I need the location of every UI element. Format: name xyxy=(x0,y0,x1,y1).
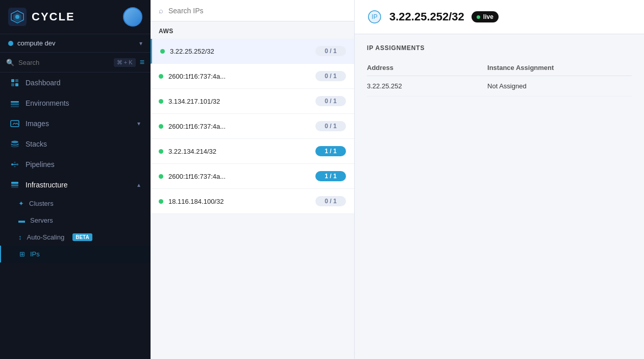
ip-item-4[interactable]: 3.22.134.214/32 1 / 1 xyxy=(151,139,354,164)
ip-address-5: 2600:1f16:737:4a... xyxy=(168,173,226,180)
sidebar-item-stacks-label: Stacks xyxy=(26,140,47,148)
assign-badge-0: 0 / 1 xyxy=(315,46,346,56)
sidebar-item-environments[interactable]: Environments xyxy=(0,93,151,113)
ip-address-3: 2600:1f16:737:4a... xyxy=(168,123,226,130)
ip-item-2[interactable]: 3.134.217.101/32 0 / 1 xyxy=(151,89,354,114)
search-shortcut: ⌘ + K xyxy=(114,58,136,67)
svg-rect-15 xyxy=(11,182,18,184)
sidebar-item-ips-label: IPs xyxy=(30,250,40,258)
ip-address-2: 3.134.217.101/32 xyxy=(168,98,220,105)
live-badge: live xyxy=(472,11,499,22)
env-name: compute dev xyxy=(17,39,55,47)
svg-point-1 xyxy=(15,15,19,19)
assign-badge-6: 0 / 1 xyxy=(315,196,346,206)
sidebar-item-stacks[interactable]: Stacks xyxy=(0,134,151,154)
svg-rect-5 xyxy=(15,83,18,86)
ip-item-5[interactable]: 2600:1f16:737:4a... 1 / 1 xyxy=(151,164,354,189)
assign-badge-4: 1 / 1 xyxy=(315,146,346,156)
main-content: ⌕ AWS 3.22.25.252/32 0 / 1 2600:1f16:737… xyxy=(151,0,644,359)
sidebar: CYCLE compute dev ▾ 🔍 ⌘ + K ≡ Dashboard … xyxy=(0,0,151,359)
status-dot-5 xyxy=(159,174,163,179)
ip-item-1[interactable]: 2600:1f16:737:4a... 0 / 1 xyxy=(151,64,354,89)
ip-list-panel: ⌕ AWS 3.22.25.252/32 0 / 1 2600:1f16:737… xyxy=(151,0,355,359)
status-dot-4 xyxy=(159,149,163,154)
status-dot-2 xyxy=(159,99,163,104)
images-icon xyxy=(10,119,19,128)
ip-address-1: 2600:1f16:737:4a... xyxy=(168,73,226,80)
live-dot xyxy=(477,15,480,19)
ip-item-6[interactable]: 18.116.184.100/32 0 / 1 xyxy=(151,189,354,214)
col-address-header: Address xyxy=(367,60,487,76)
autoscaling-icon: ↕ xyxy=(18,233,22,241)
search-icon: 🔍 xyxy=(6,59,14,66)
table-cell-address: 3.22.25.252 xyxy=(367,76,487,97)
assign-badge-5: 1 / 1 xyxy=(315,171,346,181)
avatar[interactable] xyxy=(123,7,142,27)
status-dot-1 xyxy=(159,74,163,79)
environments-icon xyxy=(10,99,19,108)
sidebar-item-pipelines-label: Pipelines xyxy=(26,160,55,169)
sidebar-item-infrastructure-label: Infrastructure xyxy=(26,181,67,189)
ip-search-icon: ⌕ xyxy=(159,6,163,15)
environment-selector[interactable]: compute dev ▾ xyxy=(0,34,151,53)
ip-item-3[interactable]: 2600:1f16:737:4a... 0 / 1 xyxy=(151,114,354,139)
table-cell-instance: Not Assigned xyxy=(487,76,632,97)
filter-icon[interactable]: ≡ xyxy=(140,58,144,67)
sidebar-item-autoscaling[interactable]: ↕ Auto-Scaling BETA xyxy=(0,229,151,246)
sidebar-item-pipelines[interactable]: Pipelines xyxy=(0,154,151,175)
env-status-dot xyxy=(8,41,13,46)
svg-rect-6 xyxy=(11,101,19,103)
sidebar-logo-text: CYCLE xyxy=(32,10,75,23)
search-bar: 🔍 ⌘ + K ≡ xyxy=(0,53,151,73)
live-label: live xyxy=(483,13,493,20)
sidebar-item-clusters[interactable]: ✦ Clusters xyxy=(0,195,151,212)
search-input[interactable] xyxy=(18,59,110,66)
col-instance-header: Instance Assignment xyxy=(487,60,632,76)
sidebar-item-dashboard[interactable]: Dashboard xyxy=(0,73,151,93)
sidebar-item-infrastructure[interactable]: Infrastructure ▴ xyxy=(0,175,151,195)
chevron-down-icon: ▾ xyxy=(139,40,142,47)
detail-panel: IP 3.22.25.252/32 live IP ASSIGNMENTS Ad… xyxy=(355,0,644,359)
sidebar-header: CYCLE xyxy=(0,0,151,34)
svg-point-12 xyxy=(16,163,18,165)
svg-rect-2 xyxy=(11,79,14,82)
sidebar-logo: CYCLE xyxy=(8,8,75,26)
ip-address-0: 3.22.25.252/32 xyxy=(170,47,214,55)
sidebar-item-images[interactable]: Images ▾ xyxy=(0,113,151,134)
sidebar-item-dashboard-label: Dashboard xyxy=(26,79,61,87)
ip-address-4: 3.22.134.214/32 xyxy=(168,148,216,155)
cycle-logo-icon xyxy=(8,8,27,26)
sidebar-item-ips[interactable]: ⊞ IPs xyxy=(0,246,151,262)
dashboard-icon xyxy=(10,78,19,87)
svg-point-13 xyxy=(14,162,16,163)
ip-search-input[interactable] xyxy=(168,7,346,15)
status-dot-6 xyxy=(159,199,163,204)
detail-title: 3.22.25.252/32 xyxy=(389,10,464,23)
status-dot-0 xyxy=(160,49,165,54)
infrastructure-icon xyxy=(10,180,19,189)
infrastructure-expand-icon: ▴ xyxy=(137,181,140,188)
detail-header: IP 3.22.25.252/32 live xyxy=(355,0,644,34)
assign-badge-2: 0 / 1 xyxy=(315,96,346,106)
servers-icon: ▬ xyxy=(18,217,25,224)
sidebar-item-servers-label: Servers xyxy=(30,217,53,224)
stacks-icon xyxy=(10,139,19,149)
ip-search-bar: ⌕ xyxy=(151,0,354,21)
svg-rect-17 xyxy=(11,187,18,188)
svg-point-10 xyxy=(11,141,18,143)
ip-item-0[interactable]: 3.22.25.252/32 0 / 1 xyxy=(151,39,354,64)
table-row: 3.22.25.252 Not Assigned xyxy=(367,76,632,97)
ip-address-6: 18.116.184.100/32 xyxy=(168,198,224,205)
sidebar-item-clusters-label: Clusters xyxy=(29,200,54,207)
assign-badge-1: 0 / 1 xyxy=(315,71,346,81)
svg-rect-8 xyxy=(11,106,19,107)
assignments-table: Address Instance Assignment 3.22.25.252 … xyxy=(367,60,632,97)
ip-detail-icon: IP xyxy=(367,9,382,25)
ip-list: 3.22.25.252/32 0 / 1 2600:1f16:737:4a...… xyxy=(151,39,354,359)
svg-text:IP: IP xyxy=(371,13,377,20)
sidebar-item-servers[interactable]: ▬ Servers xyxy=(0,212,151,229)
svg-point-14 xyxy=(14,166,16,167)
pipelines-icon xyxy=(10,160,19,169)
ips-icon: ⊞ xyxy=(19,250,25,258)
beta-badge: BETA xyxy=(72,233,92,241)
